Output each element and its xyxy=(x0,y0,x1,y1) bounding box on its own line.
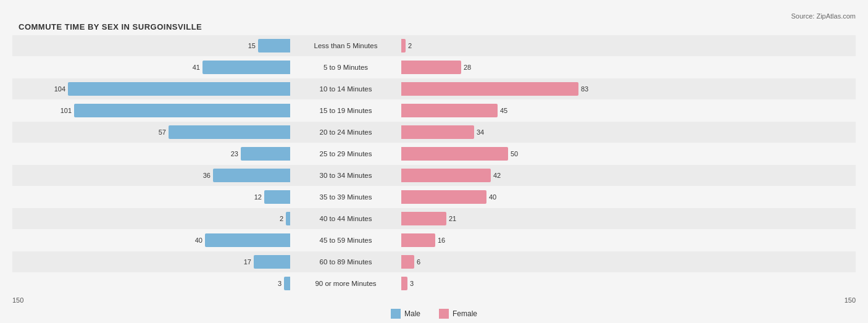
right-section: 45 xyxy=(401,100,679,121)
male-bar xyxy=(74,104,290,117)
female-value: 34 xyxy=(477,128,496,136)
male-bar xyxy=(286,212,290,225)
source-text: Source: ZipAtlas.com xyxy=(12,12,856,20)
female-value: 3 xyxy=(410,280,430,287)
table-row: 4045 to 59 Minutes16 xyxy=(12,230,856,251)
female-bar xyxy=(401,82,578,96)
female-bar xyxy=(401,255,414,269)
male-value: 57 xyxy=(146,128,166,136)
bar-label: 40 to 44 Minutes xyxy=(290,215,401,222)
right-section: 16 xyxy=(401,230,679,251)
male-value: 17 xyxy=(232,258,251,266)
female-value: 21 xyxy=(449,215,469,222)
left-section: 2 xyxy=(12,208,290,229)
male-value: 41 xyxy=(180,64,200,71)
right-section: 21 xyxy=(401,208,679,229)
left-section: 17 xyxy=(12,251,290,272)
bar-label: 25 to 29 Minutes xyxy=(290,150,401,157)
female-value: 45 xyxy=(500,107,520,114)
bar-label: Less than 5 Minutes xyxy=(290,42,401,49)
female-bar xyxy=(401,277,407,290)
left-section: 12 xyxy=(12,187,290,208)
male-value: 23 xyxy=(219,150,238,157)
bar-label: 90 or more Minutes xyxy=(290,280,401,287)
male-bar xyxy=(169,125,290,139)
table-row: 1235 to 39 Minutes40 xyxy=(12,187,856,208)
bar-label: 5 to 9 Minutes xyxy=(290,64,401,71)
table-row: 10115 to 19 Minutes45 xyxy=(12,100,856,121)
male-value: 40 xyxy=(183,237,202,244)
legend-female-box xyxy=(439,309,449,319)
legend-female-label: Female xyxy=(453,309,477,318)
bar-label: 15 to 19 Minutes xyxy=(290,107,401,114)
bar-label: 20 to 24 Minutes xyxy=(290,128,401,136)
female-value: 28 xyxy=(464,64,483,71)
axis-min: 150 xyxy=(12,296,43,304)
female-bar xyxy=(401,61,461,74)
male-bar xyxy=(258,39,290,52)
female-value: 50 xyxy=(511,150,530,157)
right-section: 83 xyxy=(401,78,679,99)
female-value: 6 xyxy=(417,258,436,266)
female-value: 16 xyxy=(438,237,457,244)
male-value: 36 xyxy=(191,172,211,179)
right-section: 2 xyxy=(401,35,679,56)
female-value: 42 xyxy=(493,172,513,179)
table-row: 10410 to 14 Minutes83 xyxy=(12,78,856,99)
table-row: 1760 to 89 Minutes6 xyxy=(12,251,856,272)
legend: Male Female xyxy=(12,309,856,319)
left-section: 15 xyxy=(12,35,290,56)
table-row: 5720 to 24 Minutes34 xyxy=(12,122,856,143)
male-value: 2 xyxy=(264,215,283,222)
right-section: 50 xyxy=(401,143,679,164)
chart-area: 15Less than 5 Minutes2415 to 9 Minutes28… xyxy=(12,35,856,294)
legend-female: Female xyxy=(439,309,477,319)
male-bar xyxy=(205,233,290,247)
chart-title: COMMUTE TIME BY SEX IN SURGOINSVILLE xyxy=(19,22,856,31)
female-bar xyxy=(401,233,435,247)
left-section: 57 xyxy=(12,122,290,143)
right-section: 40 xyxy=(401,187,679,208)
table-row: 15Less than 5 Minutes2 xyxy=(12,35,856,56)
legend-male-label: Male xyxy=(404,309,420,318)
female-value: 2 xyxy=(408,42,428,49)
male-value: 12 xyxy=(242,193,262,201)
table-row: 2325 to 29 Minutes50 xyxy=(12,143,856,164)
female-value: 40 xyxy=(489,193,509,201)
left-section: 101 xyxy=(12,100,290,121)
male-value: 104 xyxy=(46,85,65,93)
table-row: 415 to 9 Minutes28 xyxy=(12,57,856,78)
female-value: 83 xyxy=(581,85,601,93)
male-bar xyxy=(241,147,290,161)
table-row: 240 to 44 Minutes21 xyxy=(12,208,856,229)
male-bar xyxy=(284,277,290,290)
axis-max: 150 xyxy=(825,296,856,304)
female-bar xyxy=(401,125,474,139)
male-value: 15 xyxy=(236,42,256,49)
female-bar xyxy=(401,147,508,161)
legend-male: Male xyxy=(391,309,420,319)
male-bar xyxy=(202,61,290,74)
right-section: 6 xyxy=(401,251,679,272)
left-section: 36 xyxy=(12,165,290,186)
table-row: 390 or more Minutes3 xyxy=(12,273,856,294)
right-section: 28 xyxy=(401,57,679,78)
left-section: 40 xyxy=(12,230,290,251)
male-value: 101 xyxy=(52,107,72,114)
female-bar xyxy=(401,39,406,52)
table-row: 3630 to 34 Minutes42 xyxy=(12,165,856,186)
male-bar xyxy=(68,82,290,96)
bar-label: 35 to 39 Minutes xyxy=(290,193,401,201)
male-bar xyxy=(264,190,290,204)
chart-container: Source: ZipAtlas.com COMMUTE TIME BY SEX… xyxy=(0,6,868,323)
female-bar xyxy=(401,104,498,117)
right-section: 3 xyxy=(401,273,679,294)
left-section: 3 xyxy=(12,273,290,294)
male-bar xyxy=(213,169,290,182)
female-bar xyxy=(401,212,446,225)
bar-label: 45 to 59 Minutes xyxy=(290,237,401,244)
bar-label: 60 to 89 Minutes xyxy=(290,258,401,266)
female-bar xyxy=(401,169,491,182)
left-section: 41 xyxy=(12,57,290,78)
female-bar xyxy=(401,190,486,204)
